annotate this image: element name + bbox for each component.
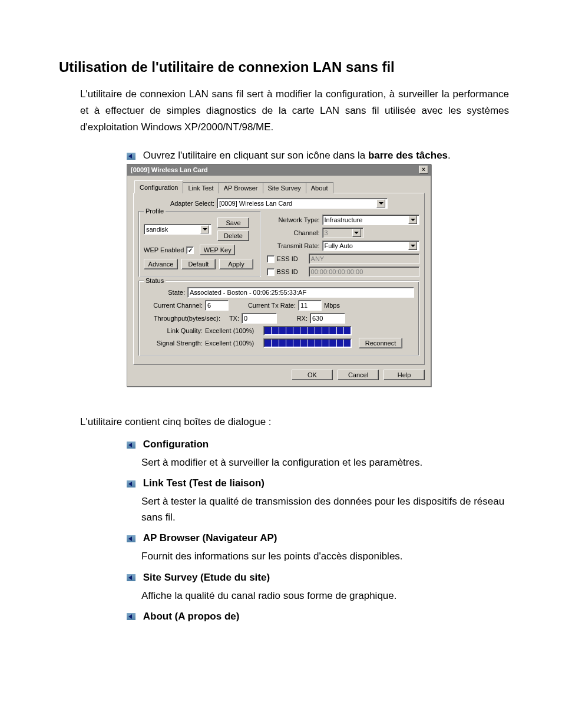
bullet-icon [127, 153, 135, 160]
signal-strength-bar [263, 338, 352, 348]
bullet-icon [127, 574, 135, 581]
adapter-select-label: Adapter Select: [170, 200, 214, 207]
configuration-title: Configuration [143, 439, 209, 450]
tx-field: 0 [242, 313, 277, 324]
signal-strength-label: Signal Strength: [144, 340, 203, 347]
bssid-label: BSS ID [277, 268, 306, 275]
essid-field: ANY [309, 253, 419, 264]
transmit-rate-value: Fully Auto [325, 242, 353, 249]
link-test-desc: Sert à tester la qualité de transmission… [141, 494, 509, 525]
chevron-down-icon [200, 225, 209, 233]
default-button[interactable]: Default [181, 259, 216, 269]
bullet-icon [127, 613, 135, 620]
intro-paragraph: L'utilitaire de connexion LAN sans fil s… [80, 86, 509, 136]
link-quality-bar [263, 326, 352, 335]
link-test-title: Link Test (Test de liaison) [143, 477, 265, 489]
page-title: Utilisation de l'utilitaire de connexion… [59, 59, 509, 75]
profile-group: Profile sandisk Save Delete [138, 211, 261, 277]
rx-label: RX: [279, 315, 308, 322]
wep-key-button[interactable]: WEP Key [200, 245, 235, 255]
list-item: Link Test (Test de liaison) [127, 477, 509, 489]
adapter-select[interactable]: [0009] Wireless Lan Card [217, 198, 388, 209]
ap-browser-title: AP Browser (Navigateur AP) [143, 532, 277, 543]
site-survey-desc: Affiche la qualité du canal radio sous f… [141, 588, 509, 604]
essid-checkbox[interactable] [267, 255, 275, 263]
bullet-icon [127, 442, 135, 449]
status-group: Status State: Associated - Boston - 00:0… [138, 281, 419, 356]
profile-select[interactable]: sandisk [144, 224, 211, 235]
channel-label: Channel: [267, 229, 320, 236]
channel-select[interactable]: 3 [322, 228, 363, 238]
bullet-icon [127, 480, 135, 487]
state-label: State: [144, 289, 185, 296]
adapter-select-value: [0009] Wireless Lan Card [219, 200, 292, 207]
configuration-desc: Sert à modifier et à surveiller la confi… [141, 455, 509, 470]
chevron-down-icon [352, 229, 361, 237]
open-text-suffix: . [448, 150, 451, 161]
channel-value: 3 [325, 229, 328, 236]
chevron-down-icon [408, 242, 417, 250]
link-quality-value: Excellent (100%) [205, 327, 261, 334]
list-item: About (A propos de) [127, 611, 509, 622]
tab-site-survey[interactable]: Site Survey [263, 182, 306, 193]
throughput-label: Throughput(bytes/sec): [144, 315, 220, 322]
list-item: AP Browser (Navigateur AP) [127, 532, 509, 544]
network-type-value: Infrastructure [325, 216, 363, 223]
tab-link-test[interactable]: Link Test [183, 182, 219, 193]
bssid-checkbox[interactable] [267, 268, 275, 276]
status-legend: Status [144, 277, 166, 284]
open-instruction: Ouvrez l'utilitaire en cliquant sur son … [127, 150, 509, 162]
current-channel-field: 6 [205, 300, 229, 311]
rx-field: 630 [310, 313, 345, 324]
advance-button[interactable]: Advance [144, 259, 178, 269]
wep-enabled-label: WEP Enabled [144, 246, 184, 253]
essid-label: ESS ID [277, 255, 306, 262]
link-quality-label: Link Quality: [144, 327, 203, 334]
open-text-bold: barre des tâches [368, 150, 448, 161]
mbps-label: Mbps [324, 302, 340, 309]
tab-ap-browser[interactable]: AP Browser [219, 182, 263, 193]
tx-label: TX: [223, 315, 239, 322]
bssid-field: 00:00:00:00:00:00 [309, 266, 419, 277]
subhead: L'utilitaire contient cinq boîtes de dia… [80, 416, 509, 428]
window-title: [0009] Wireless Lan Card [131, 166, 208, 173]
list-item: Site Survey (Etude du site) [127, 572, 509, 584]
chevron-down-icon [408, 216, 417, 224]
profile-legend: Profile [144, 207, 166, 215]
state-field: Associated - Boston - 00:06:25:55:33:AF [187, 287, 414, 298]
tab-body: Adapter Select: [0009] Wireless Lan Card… [133, 193, 425, 365]
profile-value: sandisk [146, 226, 168, 233]
ok-button[interactable]: OK [292, 370, 333, 380]
current-txrate-label: Current Tx Rate: [231, 302, 296, 309]
tab-configuration[interactable]: Configuration [134, 180, 183, 193]
transmit-rate-select[interactable]: Fully Auto [322, 241, 419, 251]
cancel-button[interactable]: Cancel [338, 370, 379, 380]
chevron-down-icon [376, 199, 385, 207]
transmit-rate-label: Transmit Rate: [267, 242, 320, 249]
site-survey-title: Site Survey (Etude du site) [143, 572, 270, 583]
reconnect-button[interactable]: Reconnect [359, 338, 402, 348]
signal-strength-value: Excellent (100%) [205, 340, 261, 347]
titlebar[interactable]: [0009] Wireless Lan Card × [127, 164, 431, 176]
bullet-icon [127, 535, 135, 542]
help-button[interactable]: Help [384, 370, 425, 380]
open-text-pre: Ouvrez l'utilitaire en cliquant sur son … [143, 150, 368, 161]
delete-button[interactable]: Delete [217, 230, 249, 241]
ap-browser-desc: Fournit des informations sur les points … [141, 549, 509, 564]
about-title: About (A propos de) [143, 611, 240, 622]
save-button[interactable]: Save [217, 218, 249, 228]
tab-strip: Configuration Link Test AP Browser Site … [133, 180, 425, 193]
network-type-label: Network Type: [267, 216, 320, 223]
tab-about[interactable]: About [306, 182, 333, 193]
current-channel-label: Current Channel: [144, 302, 203, 309]
wireless-dialog: [0009] Wireless Lan Card × Configuration… [127, 164, 431, 387]
current-txrate-field: 11 [298, 300, 322, 311]
close-button[interactable]: × [419, 166, 428, 174]
network-type-select[interactable]: Infrastructure [322, 215, 419, 225]
apply-button[interactable]: Apply [219, 259, 253, 269]
wep-enabled-checkbox[interactable]: ✓ [186, 246, 194, 254]
list-item: Configuration [127, 439, 509, 450]
